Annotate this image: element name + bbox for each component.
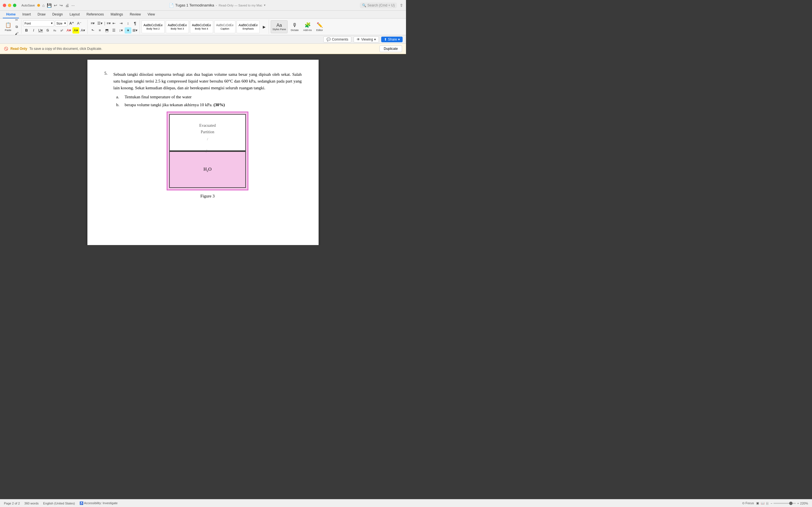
text-effects-button[interactable]: A▾ bbox=[80, 27, 86, 34]
chevron-down-icon[interactable]: ▾ bbox=[264, 3, 266, 7]
close-button[interactable] bbox=[3, 4, 6, 7]
title-bar-right: 🔍 Search (Cmd + U) ⇧ bbox=[360, 3, 403, 8]
viewing-chevron: ▾ bbox=[374, 38, 376, 41]
style-body-text-2[interactable]: AaBbCcDdEe Body Text 2 bbox=[142, 20, 165, 33]
print-icon[interactable]: 🖨 bbox=[65, 3, 69, 8]
bullets-button[interactable]: ≡▾ bbox=[89, 20, 96, 26]
style-body-text-3[interactable]: AaBbCcDdEe Body Text 3 bbox=[166, 20, 189, 33]
figure-top: Evacuated Partition / bbox=[169, 114, 246, 151]
add-ins-icon: 🧩 bbox=[305, 22, 311, 28]
style-body-text-4[interactable]: AaBbCcDdEe Body Text 4 bbox=[190, 20, 213, 33]
readonly-left: 🚫 Read Only To save a copy of this docum… bbox=[4, 47, 102, 51]
readonly-badge: Read Only bbox=[10, 47, 27, 51]
tab-layout[interactable]: Layout bbox=[66, 11, 83, 18]
share-icon: ⬆ bbox=[384, 38, 387, 41]
autosave-dot bbox=[37, 4, 40, 7]
sort-button[interactable]: ↕ bbox=[124, 20, 132, 26]
title-bar-center: 📄 Tugas 1 Termodinamika - Read-Only — Sa… bbox=[169, 3, 266, 8]
line-spacing-button[interactable]: ↕▾ bbox=[117, 27, 124, 34]
action-bar: 💬 Comments 👁 Viewing ▾ ⬆ Share ▾ bbox=[0, 35, 406, 44]
readonly-icon: 🚫 bbox=[4, 47, 8, 51]
decrease-indent-button[interactable]: ⇤ bbox=[110, 20, 117, 26]
home-icon[interactable]: ⌂ bbox=[42, 3, 45, 8]
tab-mailings[interactable]: Mailings bbox=[107, 11, 126, 18]
align-left-button[interactable]: ⬑ bbox=[89, 27, 96, 34]
title-bar: AutoSave ⌂ 💾 ↩ ↪ 🖨 ··· 📄 Tugas 1 Termodi… bbox=[0, 0, 406, 11]
shading-button[interactable]: ▾ bbox=[124, 27, 132, 34]
window-icons bbox=[3, 4, 16, 7]
divider-mark: / bbox=[207, 136, 208, 142]
tools-group: Aa Styles Pane 🎙 Dictate 🧩 Add-ins ✏️ Ed… bbox=[269, 20, 325, 34]
format-painter-button[interactable]: 🖌 bbox=[13, 31, 20, 37]
figure-container: Evacuated Partition / H2O Figure 3 bbox=[113, 112, 302, 200]
share-button[interactable]: ⬆ Share ▾ bbox=[381, 37, 403, 42]
share-activity-icon[interactable]: ⇧ bbox=[400, 3, 403, 8]
tab-view[interactable]: View bbox=[144, 11, 158, 18]
cut-button[interactable]: ✂ bbox=[13, 17, 20, 23]
tab-draw[interactable]: Draw bbox=[34, 11, 49, 18]
highlight-button[interactable]: A▾ bbox=[72, 27, 79, 34]
copy-button[interactable]: ⧉ bbox=[13, 24, 20, 30]
search-icon: 🔍 bbox=[362, 3, 366, 7]
styles-scroll-right[interactable]: ▶ bbox=[261, 24, 267, 30]
font-family-select[interactable]: Font ▾ bbox=[23, 20, 54, 26]
redo-icon[interactable]: ↪ bbox=[59, 3, 63, 8]
duplicate-button[interactable]: Duplicate bbox=[379, 45, 402, 52]
sub-text-b: berapa volume tangki jika tekanan akhirn… bbox=[124, 101, 225, 108]
sub-item-b: b. berapa volume tangki jika tekanan akh… bbox=[116, 101, 302, 108]
styles-pane-icon: Aa bbox=[276, 23, 282, 28]
font-increase-button[interactable]: A⁺ bbox=[68, 20, 75, 26]
more-icon[interactable]: ··· bbox=[71, 3, 75, 8]
readonly-message: To save a copy of this document, click D… bbox=[29, 47, 102, 51]
readonly-bar: 🚫 Read Only To save a copy of this docum… bbox=[0, 44, 406, 54]
paste-group: 📋 Paste ✂ ⧉ 🖌 bbox=[2, 20, 21, 34]
viewing-button[interactable]: 👁 Viewing ▾ bbox=[354, 36, 379, 43]
style-emphasis[interactable]: AaBbCcDdEe Emphasis bbox=[237, 20, 260, 33]
search-bar[interactable]: 🔍 Search (Cmd + U) bbox=[360, 3, 397, 8]
paste-button[interactable]: 📋 Paste bbox=[3, 20, 13, 33]
comments-button[interactable]: 💬 Comments bbox=[323, 36, 351, 43]
multilevel-list-button[interactable]: ⋮≡▾ bbox=[103, 20, 110, 26]
doc-title: Tugas 1 Termodinamika bbox=[175, 3, 214, 7]
increase-indent-button[interactable]: ⇥ bbox=[117, 20, 124, 26]
justify-button[interactable]: ☰ bbox=[110, 27, 117, 34]
tab-design[interactable]: Design bbox=[49, 11, 66, 18]
superscript-button[interactable]: x² bbox=[58, 27, 65, 34]
font-decrease-button[interactable]: A⁻ bbox=[76, 20, 83, 26]
bold-button[interactable]: B bbox=[23, 27, 30, 34]
tab-insert[interactable]: Insert bbox=[19, 11, 34, 18]
styles-pane-button[interactable]: Aa Styles Pane bbox=[271, 20, 288, 33]
add-ins-button[interactable]: 🧩 Add-ins bbox=[302, 20, 313, 33]
editor-icon: ✏️ bbox=[317, 22, 323, 28]
ribbon-toolbar: 📋 Paste ✂ ⧉ 🖌 Font ▾ Size ▾ bbox=[0, 18, 406, 35]
list-number: 5. bbox=[104, 71, 110, 200]
comments-icon: 💬 bbox=[326, 38, 331, 41]
font-size-select[interactable]: Size ▾ bbox=[55, 20, 67, 26]
tab-review[interactable]: Review bbox=[126, 11, 144, 18]
minimize-button[interactable] bbox=[8, 4, 11, 7]
toolbar-icons: ⇧ bbox=[400, 3, 403, 8]
italic-button[interactable]: I bbox=[30, 27, 37, 34]
save-icon[interactable]: 💾 bbox=[47, 3, 52, 8]
borders-button[interactable]: ⊞▾ bbox=[132, 27, 139, 34]
share-chevron: ▾ bbox=[398, 38, 400, 41]
align-center-button[interactable]: ≡ bbox=[96, 27, 103, 34]
editor-button[interactable]: ✏️ Editor bbox=[315, 20, 324, 33]
undo-icon[interactable]: ↩ bbox=[54, 3, 57, 8]
list-content: Sebuah tangki diisolasi sempurna terbagi… bbox=[113, 71, 302, 200]
dictate-button[interactable]: 🎙 Dictate bbox=[289, 20, 300, 33]
underline-button[interactable]: U▾ bbox=[37, 27, 44, 34]
ribbon: Home Insert Draw Design Layout Reference… bbox=[0, 11, 406, 35]
sub-letter-b: b. bbox=[116, 101, 122, 108]
font-color-button[interactable]: A▾ bbox=[65, 27, 72, 34]
align-right-button[interactable]: ⬒ bbox=[103, 27, 110, 34]
partition-label: Partition bbox=[201, 129, 214, 135]
strikethrough-button[interactable]: S bbox=[44, 27, 51, 34]
subscript-button[interactable]: x₂ bbox=[51, 27, 58, 34]
autosave-label: AutoSave bbox=[21, 4, 35, 7]
show-formatting-button[interactable]: ¶ bbox=[132, 20, 139, 26]
style-caption[interactable]: AaBbCcDdEe Caption bbox=[214, 20, 236, 33]
tab-references[interactable]: References bbox=[83, 11, 107, 18]
numbering-button[interactable]: ☰▾ bbox=[96, 20, 103, 26]
maximize-button[interactable] bbox=[13, 4, 16, 7]
